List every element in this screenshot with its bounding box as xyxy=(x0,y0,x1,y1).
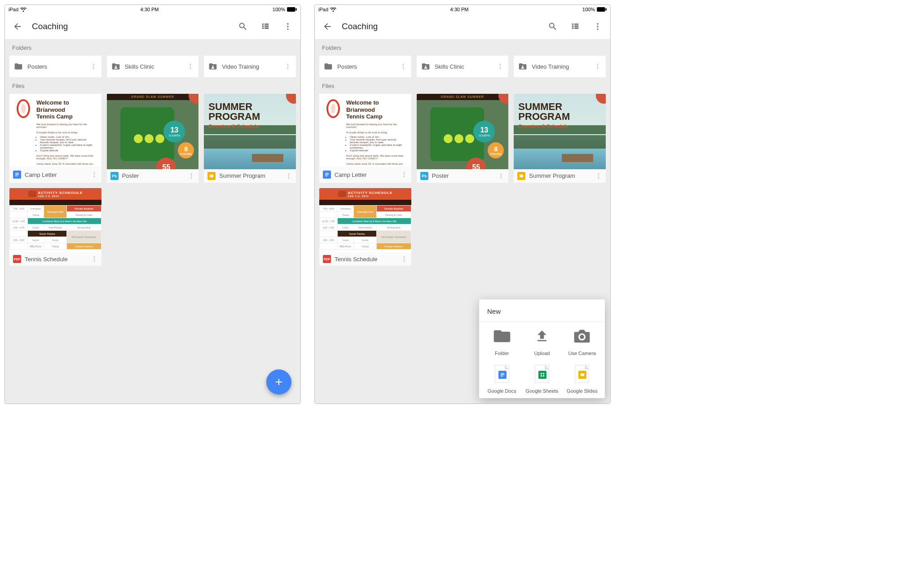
file-tile[interactable]: GRAND SLAM SUMMER 13COURTS 8COACHES 55 P… xyxy=(107,94,199,183)
svg-point-12 xyxy=(212,66,214,67)
folder-more-icon[interactable] xyxy=(187,63,194,70)
svg-point-40 xyxy=(425,66,426,67)
svg-rect-18 xyxy=(15,176,18,176)
files-section-label: Files xyxy=(5,77,300,94)
svg-point-7 xyxy=(93,68,94,69)
more-button[interactable] xyxy=(590,18,606,35)
file-grid: Welcome toBriarwoodTennis Camp We look f… xyxy=(5,94,300,266)
wifi-icon xyxy=(330,7,336,12)
view-list-button[interactable] xyxy=(257,18,273,35)
svg-point-44 xyxy=(522,66,524,67)
google-slides-button[interactable]: Google Slides xyxy=(562,364,602,394)
app-bar: Coaching xyxy=(5,14,300,39)
pdf-icon: PDF xyxy=(323,255,331,263)
search-button[interactable] xyxy=(545,18,561,35)
sheets-file-icon xyxy=(532,364,552,384)
svg-point-9 xyxy=(190,64,191,65)
upload-button[interactable]: Upload xyxy=(522,326,562,356)
svg-point-53 xyxy=(403,176,405,177)
folder-tile[interactable]: Skills Clinic xyxy=(107,56,199,77)
file-tile[interactable]: Welcome toBriarwoodTennis Camp We look f… xyxy=(319,94,411,183)
page-title: Coaching xyxy=(32,22,229,31)
camp-logo-icon xyxy=(17,99,30,118)
svg-rect-32 xyxy=(597,7,605,12)
back-button[interactable] xyxy=(319,18,335,35)
svg-point-56 xyxy=(501,177,502,179)
svg-rect-50 xyxy=(325,176,327,176)
file-preview: GRAND SLAM SUMMER 13COURTS 8COACHES 55 xyxy=(417,94,509,169)
file-more-icon[interactable] xyxy=(91,255,98,263)
file-tile[interactable]: ACTIVITY SCHEDULEAUG 1-3, 2014 7:00 – 8:… xyxy=(319,188,411,266)
folder-more-icon[interactable] xyxy=(90,63,97,70)
folder-more-icon[interactable] xyxy=(497,63,504,70)
svg-point-21 xyxy=(93,176,95,177)
svg-rect-16 xyxy=(15,173,19,174)
more-button[interactable] xyxy=(280,18,296,35)
docs-icon xyxy=(323,171,331,179)
svg-rect-68 xyxy=(543,373,544,374)
svg-point-31 xyxy=(93,260,95,262)
new-folder-button[interactable]: Folder xyxy=(482,326,522,356)
file-preview: SUMMER PROGRAM Overview & Schedule xyxy=(204,94,296,169)
folder-tile[interactable]: Skills Clinic xyxy=(417,56,509,77)
file-preview: GRAND SLAM SUMMER 13COURTS 8COACHES 55 xyxy=(107,94,199,169)
folder-name: Video Training xyxy=(532,63,590,70)
google-sheets-button[interactable]: Google Sheets xyxy=(522,364,562,394)
folder-tile[interactable]: Video Training xyxy=(204,56,296,77)
svg-rect-25 xyxy=(210,175,213,177)
svg-point-26 xyxy=(288,173,290,175)
folders-section-label: Folders xyxy=(5,39,300,56)
svg-point-24 xyxy=(191,177,192,179)
folder-more-icon[interactable] xyxy=(594,63,601,70)
upload-icon xyxy=(532,326,552,346)
battery-icon xyxy=(287,7,297,12)
svg-point-60 xyxy=(598,177,599,179)
svg-point-54 xyxy=(501,173,502,175)
folder-tile[interactable]: Posters xyxy=(319,56,411,77)
file-more-icon[interactable] xyxy=(498,172,505,180)
new-panel-title: New xyxy=(479,299,605,322)
folder-name: Posters xyxy=(337,63,395,70)
file-tile[interactable]: GRAND SLAM SUMMER 13COURTS 8COACHES 55 P… xyxy=(417,94,509,183)
google-docs-button[interactable]: Google Docs xyxy=(482,364,522,394)
fab-new-button[interactable] xyxy=(266,369,291,395)
pdf-icon: PDF xyxy=(13,255,21,263)
svg-point-39 xyxy=(402,68,404,69)
file-name: Poster xyxy=(122,172,185,179)
file-tile[interactable]: Welcome toBriarwoodTennis Camp We look f… xyxy=(9,94,101,183)
back-button[interactable] xyxy=(9,18,26,35)
svg-point-3 xyxy=(287,26,288,27)
docs-icon xyxy=(13,171,21,179)
svg-point-42 xyxy=(500,66,501,67)
app-bar: Coaching xyxy=(315,14,610,39)
file-more-icon[interactable] xyxy=(401,255,408,263)
file-more-icon[interactable] xyxy=(285,172,292,180)
content-area: Folders Posters Skills Clinic Video Trai… xyxy=(5,39,300,404)
file-more-icon[interactable] xyxy=(595,172,602,180)
search-button[interactable] xyxy=(235,18,251,35)
folder-name: Posters xyxy=(27,63,85,70)
view-list-button[interactable] xyxy=(567,18,583,35)
file-tile[interactable]: SUMMER PROGRAM Overview & Schedule Summe… xyxy=(204,94,296,183)
svg-point-62 xyxy=(403,259,405,260)
folder-tile[interactable]: Posters xyxy=(9,56,101,77)
svg-point-46 xyxy=(597,66,599,67)
folders-row: Posters Skills Clinic Video Training xyxy=(5,56,300,77)
folder-tile[interactable]: Video Training xyxy=(514,56,606,77)
file-tile[interactable]: ACTIVITY SCHEDULEAUG 1-3, 2014 7:00 – 8:… xyxy=(9,188,101,266)
file-more-icon[interactable] xyxy=(188,172,195,180)
svg-point-20 xyxy=(93,174,95,176)
folder-more-icon[interactable] xyxy=(400,63,407,70)
folder-icon xyxy=(492,326,512,346)
use-camera-button[interactable]: Use Camera xyxy=(562,326,602,356)
svg-point-61 xyxy=(403,256,405,258)
shared-folder-icon xyxy=(208,62,217,71)
svg-point-4 xyxy=(287,28,288,30)
file-tile[interactable]: SUMMERPROGRAMOverview & Schedule Summer … xyxy=(514,94,606,183)
folder-more-icon[interactable] xyxy=(284,63,291,70)
file-name: Tennis Schedule xyxy=(335,256,397,263)
svg-point-10 xyxy=(190,66,191,67)
file-more-icon[interactable] xyxy=(401,171,408,178)
file-footer: PDF Tennis Schedule xyxy=(9,252,101,266)
file-more-icon[interactable] xyxy=(91,171,98,178)
